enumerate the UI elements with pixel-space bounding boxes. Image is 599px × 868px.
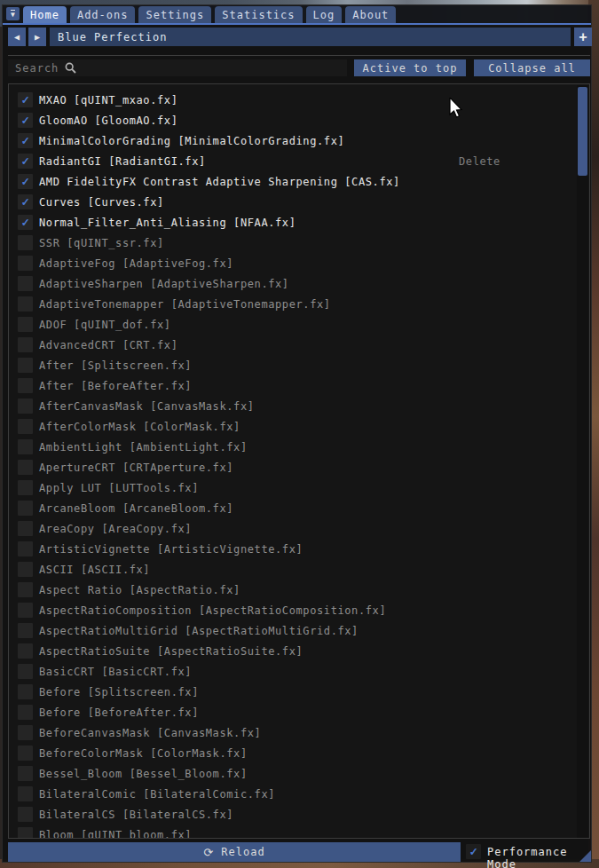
effect-label[interactable]: AmbientLight [AmbientLight.fx] — [39, 441, 248, 454]
effect-checkbox[interactable] — [18, 807, 33, 822]
effect-label[interactable]: ASCII [ASCII.fx] — [39, 564, 150, 576]
effect-checkbox[interactable] — [18, 623, 33, 638]
effect-checkbox[interactable] — [18, 541, 33, 556]
effect-label[interactable]: RadiantGI [RadiantGI.fx] — [39, 155, 206, 168]
effect-label[interactable]: BeforeCanvasMask [CanvasMask.fx] — [39, 727, 261, 739]
effect-checkbox[interactable] — [18, 664, 33, 679]
performance-mode-label: Performance Mode — [487, 846, 591, 868]
add-preset-button[interactable]: + — [574, 28, 592, 46]
effect-label[interactable]: Before [BeforeAfter.fx] — [39, 706, 199, 719]
bottom-bar: ⟳ Reload ✓ Performance Mode — [3, 842, 591, 862]
effect-label[interactable]: After [Splitscreen.fx] — [39, 359, 192, 372]
effect-label[interactable]: MinimalColorGrading [MinimalColorGrading… — [39, 135, 344, 147]
tab-statistics[interactable]: Statistics — [215, 6, 302, 23]
effect-checkbox[interactable] — [18, 603, 33, 618]
effect-checkbox[interactable] — [18, 705, 33, 720]
effect-label[interactable]: AspectRatioMultiGrid [AspectRatioMultiGr… — [39, 625, 359, 637]
window-collapse-button[interactable]: ▼ — [6, 7, 20, 20]
effect-checkbox[interactable] — [18, 582, 33, 597]
effect-label[interactable]: GloomAO [GloomAO.fx] — [39, 114, 178, 127]
effect-label[interactable]: BilateralComic [BilateralComic.fx] — [39, 788, 275, 801]
effect-checkbox[interactable] — [18, 296, 33, 312]
effect-checkbox[interactable] — [18, 725, 33, 740]
effect-checkbox[interactable]: ✓ — [18, 113, 33, 128]
delete-action[interactable]: Delete — [459, 155, 500, 168]
tab-settings[interactable]: Settings — [138, 6, 211, 23]
effect-label[interactable]: AdaptiveSharpen [AdaptiveSharpen.fx] — [39, 278, 289, 290]
effect-row: ADOF [qUINT_dof.fx] — [9, 314, 589, 335]
effect-label[interactable]: AdaptiveTonemapper [AdaptiveTonemapper.f… — [39, 298, 331, 311]
effect-label[interactable]: AspectRatioComposition [AspectRatioCompo… — [39, 604, 386, 617]
performance-mode-checkbox[interactable]: ✓ — [466, 844, 481, 859]
effect-label[interactable]: AMD FidelityFX Contrast Adaptive Sharpen… — [39, 176, 400, 188]
effect-checkbox[interactable] — [18, 766, 33, 781]
tab-add-ons[interactable]: Add-ons — [70, 6, 136, 23]
effect-checkbox[interactable] — [18, 398, 33, 414]
effect-label[interactable]: SSR [qUINT_ssr.fx] — [39, 237, 164, 249]
effect-checkbox[interactable] — [18, 235, 33, 250]
search-input[interactable]: Search — [8, 59, 347, 76]
effect-label[interactable]: ApertureCRT [CRTAperture.fx] — [39, 462, 233, 474]
effect-label[interactable]: Apply LUT [LUTTools.fx] — [39, 482, 199, 494]
effect-checkbox[interactable] — [18, 317, 33, 332]
effect-label[interactable]: After [BeforeAfter.fx] — [39, 380, 192, 392]
effect-checkbox[interactable]: ✓ — [18, 215, 33, 230]
check-icon: ✓ — [21, 93, 28, 106]
effect-checkbox[interactable]: ✓ — [18, 154, 33, 169]
tab-home[interactable]: Home — [23, 6, 67, 23]
effect-row: BeforeColorMask [ColorMask.fx] — [9, 743, 589, 763]
effect-label[interactable]: MXAO [qUINT_mxao.fx] — [39, 94, 178, 107]
effect-checkbox[interactable] — [18, 827, 33, 839]
effect-label[interactable]: Before [Splitscreen.fx] — [39, 686, 199, 698]
effect-label[interactable]: ADOF [qUINT_dof.fx] — [39, 319, 171, 331]
effect-checkbox[interactable] — [18, 501, 33, 516]
effect-checkbox[interactable] — [18, 358, 33, 373]
effect-checkbox[interactable] — [18, 786, 33, 801]
effect-checkbox[interactable]: ✓ — [18, 92, 33, 107]
check-icon: ✓ — [21, 134, 28, 146]
previous-preset-button[interactable]: ◀ — [8, 28, 26, 46]
effect-checkbox[interactable] — [18, 480, 33, 495]
effect-label[interactable]: ArcaneBloom [ArcaneBloom.fx] — [39, 502, 233, 515]
effect-label[interactable]: BasicCRT [BasicCRT.fx] — [39, 666, 192, 678]
effect-label[interactable]: Curves [Curves.fx] — [39, 196, 164, 209]
effect-checkbox[interactable]: ✓ — [18, 133, 33, 148]
next-preset-button[interactable]: ▶ — [28, 28, 46, 46]
effect-label[interactable]: AdaptiveFog [AdaptiveFog.fx] — [39, 257, 233, 270]
effect-checkbox[interactable] — [18, 521, 33, 536]
effect-checkbox[interactable] — [18, 746, 33, 761]
collapse-all-button[interactable]: Collapse all — [474, 59, 590, 76]
effect-label[interactable]: Aspect Ratio [AspectRatio.fx] — [39, 584, 240, 596]
window-resize-grip[interactable] — [579, 850, 591, 862]
reload-button[interactable]: ⟳ Reload — [8, 842, 461, 862]
effect-checkbox[interactable]: ✓ — [18, 194, 33, 209]
effect-label[interactable]: Bessel_Bloom [Bessel_Bloom.fx] — [39, 768, 248, 780]
active-to-top-button[interactable]: Active to top — [354, 59, 466, 76]
effect-checkbox[interactable] — [18, 562, 33, 577]
effect-checkbox[interactable] — [18, 378, 33, 393]
effect-checkbox[interactable] — [18, 256, 33, 271]
tab-about[interactable]: About — [345, 6, 396, 23]
effect-label[interactable]: AspectRatioSuite [AspectRatioSuite.fx] — [39, 645, 303, 658]
effect-checkbox[interactable] — [18, 684, 33, 699]
effect-label[interactable]: Bloom [qUINT_bloom.fx] — [39, 829, 192, 840]
scrollbar-thumb[interactable] — [578, 87, 587, 176]
effect-label[interactable]: ArtisticVignette [ArtisticVignette.fx] — [39, 543, 303, 556]
effect-label[interactable]: BeforeColorMask [ColorMask.fx] — [39, 747, 248, 760]
effect-label[interactable]: AdvancedCRT [CRT.fx] — [39, 339, 178, 351]
effect-label[interactable]: Normal_Filter_Anti_Aliasing [NFAA.fx] — [39, 217, 296, 229]
effect-checkbox[interactable] — [18, 419, 33, 434]
effect-checkbox[interactable] — [18, 460, 33, 475]
effect-label[interactable]: AreaCopy [AreaCopy.fx] — [39, 523, 192, 535]
effect-checkbox[interactable] — [18, 439, 33, 454]
tab-log[interactable]: Log — [306, 6, 343, 23]
scrollbar[interactable] — [577, 85, 588, 839]
effect-checkbox[interactable]: ✓ — [18, 174, 33, 189]
effect-checkbox[interactable] — [18, 643, 33, 659]
effect-checkbox[interactable] — [18, 276, 33, 291]
effect-label[interactable]: BilateralCS [BilateralCS.fx] — [39, 809, 233, 821]
effect-checkbox[interactable] — [18, 337, 33, 352]
preset-name-field[interactable]: Blue Perfection — [50, 28, 571, 46]
effect-label[interactable]: AfterCanvasMask [CanvasMask.fx] — [39, 400, 255, 413]
effect-label[interactable]: AfterColorMask [ColorMask.fx] — [39, 421, 240, 433]
